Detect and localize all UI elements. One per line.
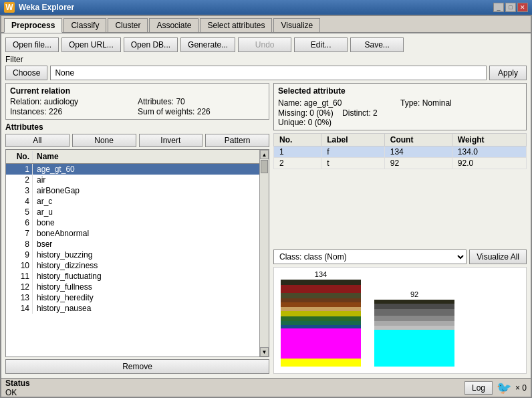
attr-num: 13 [6, 292, 33, 303]
app-icon: W [4, 2, 15, 13]
col-no-header: No. [274, 134, 321, 146]
tab-cluster[interactable]: Cluster [108, 18, 148, 32]
sa-distinct-label: Distinct: [342, 108, 371, 118]
selected-attribute-title: Selected attribute [278, 86, 522, 96]
bar-segment [374, 316, 454, 321]
table-row[interactable]: 6 bone [6, 217, 259, 228]
class-select[interactable]: Class: class (Nom) [273, 250, 467, 264]
log-button[interactable]: Log [464, 381, 493, 395]
attr-num: 10 [6, 260, 33, 271]
edit-button[interactable]: Edit... [294, 37, 348, 52]
val-count: 92 [384, 158, 452, 169]
tab-visualize[interactable]: Visualize [273, 18, 320, 32]
open-file-button[interactable]: Open file... [5, 37, 59, 52]
sa-name-label: Name: [278, 98, 301, 108]
attr-num: 2 [6, 175, 33, 185]
tab-associate[interactable]: Associate [149, 18, 198, 32]
table-row[interactable]: 7 boneAbnormal [6, 228, 259, 239]
bar2-count: 92 [410, 290, 418, 298]
sa-distinct-value: 2 [373, 108, 378, 118]
attr-num: 12 [6, 282, 33, 292]
tab-preprocess[interactable]: Preprocess [4, 18, 62, 33]
tab-select-attributes[interactable]: Select attributes [200, 18, 272, 32]
sa-missing-label: Missing: [278, 108, 307, 118]
minimize-button[interactable]: _ [493, 3, 504, 12]
filter-label: Filter [5, 55, 527, 64]
current-relation-panel: Current relation Relation: audiology Att… [5, 83, 269, 120]
val-no: 1 [274, 146, 321, 158]
current-relation-title: Current relation [10, 86, 265, 96]
table-row[interactable]: 3 airBoneGap [6, 185, 259, 196]
attr-num: 11 [6, 271, 33, 282]
bar-segment [281, 302, 361, 307]
table-row[interactable]: 1 age_gt_60 [6, 164, 259, 175]
scroll-thumb[interactable] [261, 160, 268, 173]
tab-classify[interactable]: Classify [63, 18, 106, 32]
apply-button[interactable]: Apply [489, 66, 527, 80]
attr-num: 3 [6, 185, 33, 196]
close-button[interactable]: ✕ [517, 3, 528, 12]
attr-name: boneAbnormal [33, 228, 259, 239]
table-row[interactable]: 8 bser [6, 239, 259, 250]
table-row[interactable]: 5 ar_u [6, 207, 259, 217]
table-row[interactable]: 4 ar_c [6, 196, 259, 207]
all-button[interactable]: All [5, 134, 70, 147]
scroll-up-arrow[interactable]: ▲ [260, 150, 269, 159]
pattern-button[interactable]: Pattern [205, 134, 269, 147]
col-label-header: Label [321, 134, 385, 146]
app-title: Weka Explorer [19, 3, 74, 12]
table-row[interactable]: 13 history_heredity [6, 292, 259, 303]
table-row[interactable]: 9 history_buzzing [6, 250, 259, 260]
save-button[interactable]: Save... [350, 37, 404, 52]
attr-num: 8 [6, 239, 33, 250]
table-row[interactable]: 12 history_fullness [6, 282, 259, 292]
relation-value: audiology [44, 97, 78, 106]
table-row: 2 t 92 92.0 [274, 158, 527, 169]
remove-button[interactable]: Remove [5, 359, 269, 374]
table-row[interactable]: 10 history_dizziness [6, 260, 259, 271]
instances-label: Instances: [10, 107, 47, 116]
col-name-header: Name [33, 151, 259, 162]
col-count-header: Count [384, 134, 452, 146]
scroll-down-arrow[interactable]: ▼ [260, 347, 269, 357]
main-window: Preprocess Classify Cluster Associate Se… [0, 15, 532, 398]
choose-button[interactable]: Choose [5, 66, 47, 80]
open-url-button[interactable]: Open URL... [61, 37, 121, 52]
sa-unique-label: Unique: [278, 118, 305, 127]
attr-name: history_fullness [33, 282, 259, 292]
table-row[interactable]: 2 air [6, 175, 259, 185]
bar1-count: 134 [315, 270, 327, 278]
status-bar: Status OK Log 🐦 × 0 [1, 378, 531, 397]
table-row[interactable]: 11 history_fluctuating [6, 271, 259, 282]
col-no-header: No. [6, 151, 33, 162]
weka-bird-icon: 🐦 [497, 381, 511, 395]
attr-name: history_buzzing [33, 250, 259, 260]
attr-list-scrollbar[interactable]: ▲ ▼ [259, 150, 269, 357]
generate-button[interactable]: Generate... [180, 37, 235, 52]
selected-attribute-panel: Selected attribute Name: age_gt_60 Type:… [273, 83, 527, 130]
bar-segment [281, 293, 361, 298]
sa-unique-value: 0 (0%) [308, 118, 331, 127]
visualize-all-button[interactable]: Visualize All [469, 250, 527, 264]
bar-segment [374, 330, 454, 367]
tab-bar: Preprocess Classify Cluster Associate Se… [1, 16, 531, 33]
none-button[interactable]: None [72, 134, 136, 147]
attributes-value: 70 [176, 97, 184, 106]
sa-type-value: Nominal [422, 98, 452, 108]
title-bar: W Weka Explorer _ □ ✕ [0, 0, 532, 15]
val-count: 134 [384, 146, 452, 158]
maximize-button[interactable]: □ [505, 3, 516, 12]
attr-name: airBoneGap [33, 185, 259, 196]
open-db-button[interactable]: Open DB... [124, 37, 178, 52]
undo-button[interactable]: Undo [238, 37, 291, 52]
attr-name: history_heredity [33, 292, 259, 303]
val-weight: 134.0 [452, 146, 526, 158]
viz-controls: Class: class (Nom) Visualize All [273, 250, 527, 264]
bar-1: 134 [281, 270, 361, 367]
invert-button[interactable]: Invert [139, 134, 203, 147]
attr-name: history_nausea [33, 303, 259, 314]
attr-name: history_dizziness [33, 260, 259, 271]
bar-segment [374, 321, 454, 326]
table-row[interactable]: 14 history_nausea [6, 303, 259, 314]
attribute-list[interactable]: No. Name 1 age_gt_60 2 air 3 airBoneGap … [6, 150, 259, 357]
